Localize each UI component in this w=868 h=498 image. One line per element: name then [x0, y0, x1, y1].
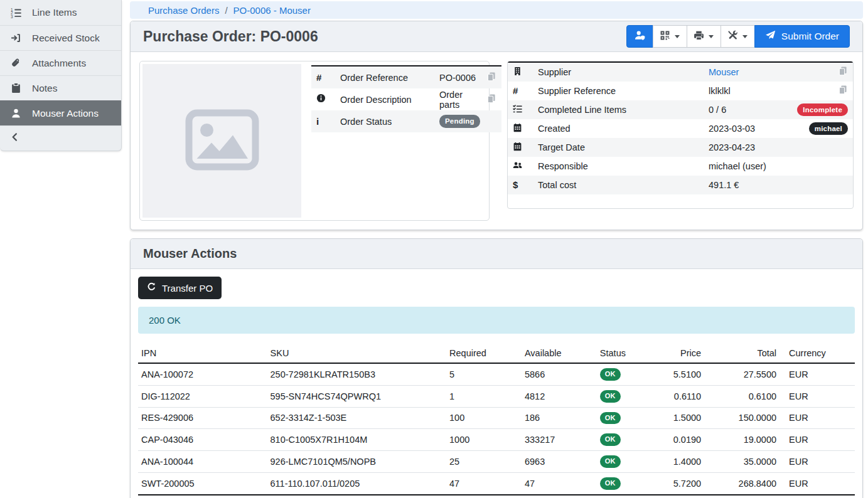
- cell-available: 333217: [522, 429, 597, 451]
- sidebar-item-line-items[interactable]: 123Line Items: [0, 0, 121, 25]
- chevron-left-icon: [10, 132, 19, 144]
- cell-required: 1000: [446, 429, 522, 451]
- cell-ipn: CAP-043046: [138, 429, 267, 451]
- tools-button[interactable]: [721, 25, 755, 48]
- transfer-po-button[interactable]: Transfer PO: [138, 277, 222, 299]
- status-ok-badge: OK: [600, 455, 621, 468]
- svg-text:3: 3: [11, 14, 13, 18]
- status-ok-badge: OK: [600, 390, 621, 403]
- printer-icon: [694, 30, 704, 43]
- breadcrumb-link-po-0006-mouser[interactable]: PO-0006 - Mouser: [233, 5, 311, 16]
- list-check-icon: [513, 104, 522, 116]
- calendar-icon: [513, 142, 522, 154]
- mouser-actions-title: Mouser Actions: [143, 246, 237, 261]
- cell-status: OK: [597, 472, 651, 494]
- supplier-details-table: SupplierMouser#Supplier Referencelklklkl…: [508, 61, 853, 194]
- tools-icon: [727, 30, 738, 43]
- detail-label: Completed Line Items: [538, 105, 709, 115]
- breadcrumb: Purchase Orders/PO-0006 - Mouser: [130, 1, 863, 19]
- detail-value-link[interactable]: Mouser: [709, 67, 838, 77]
- order-summary-card: #Order ReferencePO-0006Order Description…: [139, 61, 490, 221]
- detail-label: Target Date: [538, 142, 709, 152]
- copy-icon[interactable]: [838, 85, 848, 97]
- sidebar-collapse-button[interactable]: [0, 125, 121, 151]
- sidebar-item-received-stock[interactable]: Received Stock: [0, 25, 121, 50]
- qrcode-icon: [660, 30, 670, 43]
- column-header-available: Available: [522, 344, 597, 363]
- transfer-po-label: Transfer PO: [162, 283, 213, 294]
- user-shield-button[interactable]: [626, 25, 653, 48]
- sidebar-item-mouser-actions[interactable]: Mouser Actions: [0, 100, 121, 125]
- cell-currency: EUR: [780, 363, 855, 385]
- cell-available: 6963: [522, 451, 597, 473]
- copy-icon[interactable]: [486, 93, 496, 106]
- sidebar-item-label: Received Stock: [32, 33, 100, 44]
- list-ol-icon: 123: [9, 7, 23, 18]
- sidebar-item-attachments[interactable]: Attachments: [0, 50, 121, 75]
- submit-order-button[interactable]: Submit Order: [754, 25, 850, 48]
- cell-currency: EUR: [780, 472, 855, 494]
- cell-sku: 611-110.107.011/0205: [267, 472, 447, 494]
- cell-currency: EUR: [780, 385, 855, 407]
- cell-sku: 250-72981KLRATR150B3: [267, 363, 447, 385]
- detail-label: Created: [538, 124, 709, 134]
- cell-required: 5: [446, 363, 522, 385]
- mouser-actions-panel: Mouser Actions Transfer PO 200 OK IPNSKU…: [130, 238, 863, 498]
- detail-label: Order Reference: [340, 73, 439, 83]
- image-placeholder-icon: [184, 109, 260, 174]
- purchase-order-panel-body: #Order ReferencePO-0006Order Description…: [131, 52, 862, 230]
- table-row: CAP-043046810-C1005X7R1H104M1000333217OK…: [138, 429, 855, 451]
- sidebar-item-label: Notes: [32, 83, 58, 94]
- qrcode-button[interactable]: [653, 25, 687, 48]
- detail-row-completed-line-items: Completed Line Items0 / 6Incomplete: [508, 100, 853, 119]
- cell-ipn: ANA-100072: [138, 363, 267, 385]
- detail-value: PO-0006: [439, 73, 480, 83]
- column-header-ipn: IPN: [138, 344, 267, 363]
- cell-total: 0.6100: [704, 385, 780, 407]
- cell-available: 5866: [522, 363, 597, 385]
- cell-required: 100: [446, 407, 522, 429]
- main-content: Purchase Orders/PO-0006 - Mouser Purchas…: [130, 1, 863, 498]
- detail-label: Supplier: [538, 67, 709, 77]
- paperclip-icon: [9, 58, 23, 69]
- detail-value: Order parts: [439, 90, 480, 110]
- purchase-order-panel-header: Purchase Order: PO-0006 Submit Order: [131, 21, 862, 52]
- column-header-price: Price: [651, 344, 705, 363]
- cell-status: OK: [597, 363, 651, 385]
- caret-down-icon: [742, 35, 747, 38]
- column-header-total: Total: [704, 344, 780, 363]
- hashtag-icon: #: [513, 85, 518, 97]
- detail-label: Order Status: [340, 117, 439, 127]
- copy-icon[interactable]: [486, 72, 496, 84]
- cell-total: 268.8400: [704, 472, 780, 494]
- cell-total: 150.0000: [704, 407, 780, 429]
- detail-label: Supplier Reference: [538, 86, 709, 96]
- detail-row-supplier: SupplierMouser: [508, 63, 853, 82]
- po-toolbar: Submit Order: [626, 25, 850, 48]
- breadcrumb-link-purchase-orders[interactable]: Purchase Orders: [148, 5, 219, 16]
- detail-value: 2023-04-23: [709, 142, 848, 152]
- info-circle-icon: [316, 93, 326, 105]
- line-items-table-footer: Total501.0000: [138, 495, 855, 498]
- cell-required: 25: [446, 451, 522, 473]
- cell-total: 19.0000: [704, 429, 780, 451]
- purchase-order-panel: Purchase Order: PO-0006 Submit Order #Or…: [130, 21, 863, 230]
- cell-sku: 926-LMC7101QM5/NOPB: [267, 451, 447, 473]
- cell-status: OK: [597, 451, 651, 473]
- calendar-icon: [513, 123, 522, 135]
- page-title: Purchase Order: PO-0006: [143, 28, 318, 45]
- sidebar-item-notes[interactable]: Notes: [0, 75, 121, 100]
- info-icon: i: [316, 116, 319, 127]
- user-shield-icon: [635, 30, 645, 43]
- supplier-details-card: SupplierMouser#Supplier Referencelklklkl…: [507, 61, 854, 209]
- copy-icon[interactable]: [838, 66, 848, 78]
- cell-ipn: RES-429006: [138, 407, 267, 429]
- printer-button[interactable]: [687, 25, 721, 48]
- status-alert: 200 OK: [138, 307, 855, 334]
- caret-down-icon: [709, 35, 714, 38]
- detail-value: lklklkl: [709, 86, 838, 96]
- part-image-placeholder[interactable]: [142, 64, 301, 218]
- detail-value: 491.1 €: [709, 180, 848, 190]
- submit-order-label: Submit Order: [781, 31, 839, 42]
- cell-price: 0.0190: [651, 429, 705, 451]
